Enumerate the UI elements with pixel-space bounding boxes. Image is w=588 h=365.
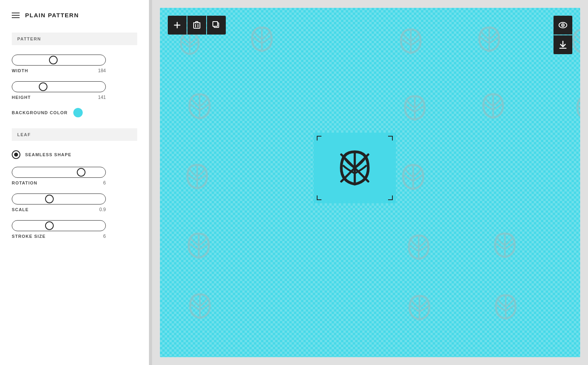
stroke-size-label: STROKE SIZE [12,234,46,239]
scale-value: 0.9 [99,207,106,212]
preview-button[interactable] [554,16,572,35]
leaf-icon [489,230,521,261]
leaf-icon [575,230,580,261]
delete-button[interactable] [187,16,206,35]
canvas-toolbar [168,16,226,35]
radio-inner [14,153,18,157]
width-value: 184 [98,68,106,73]
panel-title: PLAIN PATTERN [25,12,79,18]
svg-rect-2 [194,23,200,28]
width-control: WIDTH 184 [12,55,137,73]
leaf-icon [490,291,521,323]
right-toolbar [554,16,572,54]
width-label: WIDTH [12,68,28,73]
leaf-icon [397,161,429,193]
leaf-icon [404,292,435,323]
leaf-icon [395,26,426,57]
background-color-row: BACKGROUND COLOR [12,108,137,117]
stroke-size-slider[interactable] [12,220,106,231]
leaf-icon [246,24,278,55]
selected-tile[interactable] [314,133,396,203]
canvas[interactable] [160,8,580,357]
corner-handle-br [388,195,393,200]
leaf-icon [181,161,213,192]
leaf-icon [572,92,580,124]
leaf-icon [576,291,580,323]
selected-leaf-icon [333,146,376,190]
leaf-icon [474,24,505,55]
leaf-icon [184,290,216,322]
rotation-slider[interactable] [12,167,106,178]
add-button[interactable] [168,16,187,35]
width-slider[interactable] [12,55,106,66]
main-area [152,0,588,365]
scale-slider-thumb[interactable] [45,195,54,203]
rotation-value: 6 [103,180,106,186]
corner-handle-tr [388,136,393,141]
height-slider-thumb[interactable] [39,82,47,91]
left-panel: PLAIN PATTERN PATTERN WIDTH 184 HEIGHT 1… [0,0,149,365]
leaf-icon [403,232,434,263]
height-label: HEIGHT [12,95,31,100]
corner-handle-tl [317,136,321,141]
stroke-size-control: STROKE SIZE 6 [12,220,137,239]
seamless-shape-label: SEAMLESS SHAPE [25,152,71,157]
hamburger-icon[interactable] [12,13,20,18]
background-color-swatch[interactable] [73,108,83,117]
leaf-icon [399,92,430,124]
stroke-size-slider-thumb[interactable] [45,221,54,230]
leaf-icon [477,90,509,122]
leaf-icon [575,161,580,192]
seamless-shape-radio[interactable] [12,150,20,159]
section-leaf-label: LEAF [12,128,137,141]
leaf-icon [183,230,215,262]
height-value: 141 [98,95,106,100]
copy-button[interactable] [207,16,226,35]
height-control: HEIGHT 141 [12,81,137,100]
width-slider-thumb[interactable] [49,56,58,64]
corner-handle-bl [317,195,321,200]
panel-divider [149,0,152,365]
seamless-shape-row: SEAMLESS SHAPE [12,150,137,159]
scale-control: SCALE 0.9 [12,193,137,212]
rotation-label: ROTATION [12,181,37,185]
scale-slider[interactable] [12,193,106,204]
scale-label: SCALE [12,207,29,212]
stroke-size-value: 6 [103,234,106,239]
height-slider[interactable] [12,81,106,92]
background-color-label: BACKGROUND COLOR [12,110,68,115]
svg-rect-10 [213,22,218,26]
download-button[interactable] [554,35,572,54]
panel-header: PLAIN PATTERN [12,12,137,18]
section-pattern-label: PATTERN [12,33,137,45]
rotation-slider-thumb[interactable] [77,168,85,177]
leaf-icon [183,90,216,122]
rotation-control: ROTATION 6 [12,167,137,186]
svg-point-14 [563,25,564,26]
